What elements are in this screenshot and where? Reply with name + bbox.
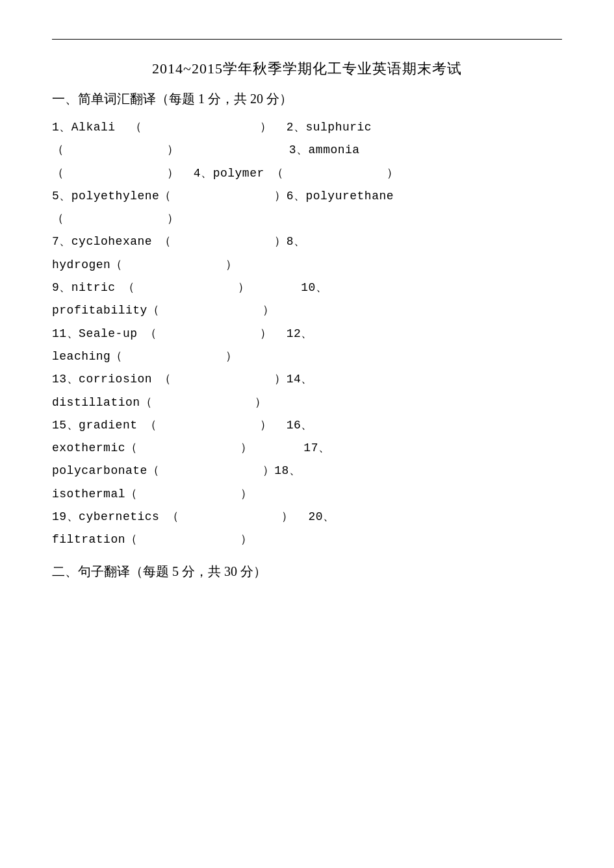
- content-line: 1、Alkali （ ） 2、sulphuric: [52, 117, 562, 138]
- content-line: 7、cyclohexane （ ）8、: [52, 231, 562, 253]
- content-line: polycarbonate（ ）18、: [52, 460, 562, 482]
- content-line: （ ）: [52, 208, 562, 230]
- content-line: 19、cybernetics （ ） 20、: [52, 506, 562, 528]
- top-border: [52, 39, 562, 40]
- page-title: 2014~2015学年秋季学期化工专业英语期末考试: [52, 59, 562, 79]
- content-line: （ ） 4、polymer （ ）: [52, 163, 562, 184]
- content-line: exothermic（ ） 17、: [52, 438, 562, 459]
- content-line: hydrogen（ ）: [52, 254, 562, 276]
- content-line: （ ） 3、ammonia: [52, 140, 562, 161]
- section1-header: 一、简单词汇翻译（每题 1 分，共 20 分）: [52, 90, 562, 108]
- page-container: 2014~2015学年秋季学期化工专业英语期末考试 一、简单词汇翻译（每题 1 …: [0, 0, 614, 868]
- content-line: isothermal（ ）: [52, 484, 562, 505]
- content-line: leaching（ ）: [52, 346, 562, 367]
- content-line: 5、polyethylene（ ）6、polyurethane: [52, 186, 562, 207]
- content-line: 11、Seale-up （ ） 12、: [52, 323, 562, 345]
- content-line: 9、nitric （ ） 10、: [52, 277, 562, 299]
- content-line: profitability（ ）: [52, 300, 562, 321]
- vocabulary-section: 1、Alkali （ ） 2、sulphuric（ ） 3、ammonia（ ）…: [52, 117, 562, 551]
- content-line: filtration（ ）: [52, 529, 562, 551]
- content-line: 13、corriosion （ ）14、: [52, 369, 562, 390]
- content-line: distillation（ ）: [52, 392, 562, 414]
- section2-header: 二、句子翻译（每题 5 分，共 30 分）: [52, 563, 562, 580]
- content-line: 15、gradient （ ） 16、: [52, 415, 562, 436]
